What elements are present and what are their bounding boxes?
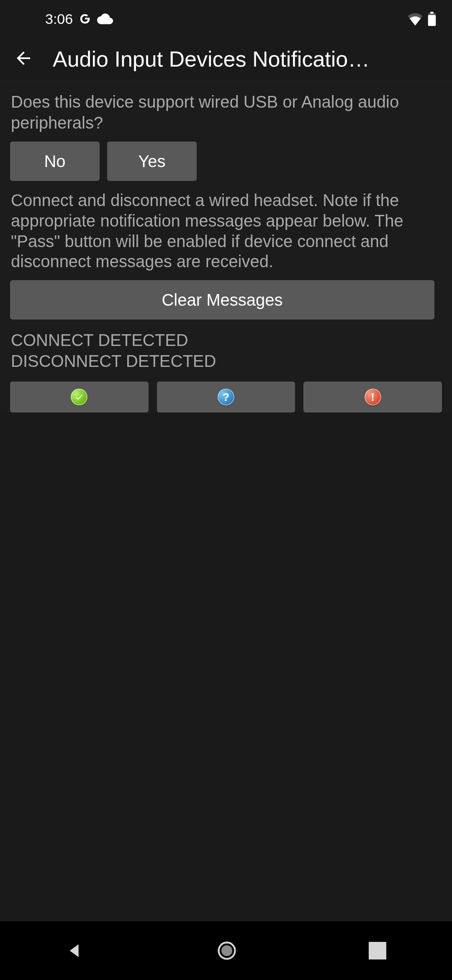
back-icon[interactable] — [13, 48, 33, 70]
svg-rect-1 — [428, 15, 436, 26]
clear-messages-button[interactable]: Clear Messages — [10, 280, 434, 320]
yes-button[interactable]: Yes — [107, 142, 197, 181]
battery-icon — [428, 12, 436, 26]
result-button-row: ? ! — [8, 382, 444, 413]
status-time: 3:06 — [45, 11, 73, 27]
alert-icon: ! — [365, 389, 381, 405]
pass-button[interactable] — [10, 382, 149, 413]
page-title: Audio Input Devices Notificatio… — [53, 46, 439, 72]
check-icon — [71, 389, 87, 405]
wifi-icon — [407, 12, 424, 26]
navigation-bar — [0, 921, 452, 980]
no-button[interactable]: No — [10, 142, 100, 181]
yes-no-row: No Yes — [8, 142, 444, 181]
instructions-text: Connect and disconnect a wired headset. … — [8, 190, 444, 272]
app-bar: Audio Input Devices Notificatio… — [0, 38, 452, 80]
nav-back-icon[interactable] — [66, 941, 85, 960]
status-right — [407, 12, 436, 26]
svg-point-4 — [221, 945, 232, 956]
cloud-icon — [97, 13, 113, 25]
fail-button[interactable]: ! — [303, 382, 442, 413]
message-line: CONNECT DETECTED — [8, 330, 444, 351]
svg-rect-2 — [430, 12, 434, 14]
nav-home-icon[interactable] — [216, 940, 238, 962]
status-left: 3:06 — [45, 11, 113, 27]
content-area: Does this device support wired USB or An… — [0, 80, 452, 413]
info-button[interactable]: ? — [157, 382, 295, 413]
status-bar: 3:06 — [0, 0, 452, 38]
google-icon — [79, 13, 91, 25]
question-icon: ? — [218, 389, 234, 405]
message-line: DISCONNECT DETECTED — [8, 351, 444, 371]
question-text: Does this device support wired USB or An… — [8, 91, 444, 133]
nav-recent-icon[interactable] — [369, 942, 386, 959]
